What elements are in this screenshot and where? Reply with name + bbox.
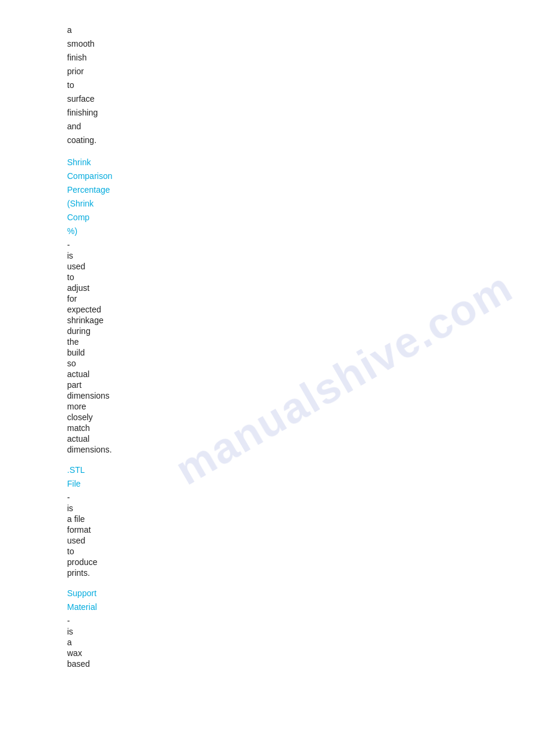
def-line-8: shrinkage <box>67 315 468 325</box>
shrink-heading-line-4: (Shrink <box>67 198 468 210</box>
stl-def-line-5: used <box>67 536 468 545</box>
def-line-6: for <box>67 294 468 303</box>
support-heading-line-2: Material <box>67 601 468 614</box>
support-def-line-2: is <box>67 627 468 636</box>
stl-def-line-7: produce <box>67 557 468 567</box>
intro-line-6: surface <box>67 93 468 105</box>
def-line-1: - <box>67 240 468 250</box>
def-line-13: actual <box>67 369 468 379</box>
shrink-heading-line-6: %) <box>67 225 468 238</box>
def-line-10: the <box>67 337 468 347</box>
def-line-19: actual <box>67 434 468 444</box>
stl-def-line-3: a file <box>67 514 468 524</box>
shrink-heading-line-2: Comparison <box>67 170 468 183</box>
stl-def-line-1: - <box>67 493 468 502</box>
def-line-17: closely <box>67 412 468 422</box>
intro-line-4: prior <box>67 65 468 78</box>
term-support-material-heading: Support Material <box>67 587 468 614</box>
shrink-heading-line-3: Percentage <box>67 184 468 196</box>
stl-file-definition: - is a file format used to produce print… <box>67 493 468 578</box>
term-support-material: Support Material - is a wax based <box>67 587 468 669</box>
stl-def-line-8: prints. <box>67 568 468 578</box>
def-line-9: during <box>67 326 468 336</box>
intro-line-5: to <box>67 79 468 92</box>
support-def-line-1: - <box>67 616 468 626</box>
support-heading-line-1: Support <box>67 587 468 600</box>
def-line-7: expected <box>67 305 468 314</box>
term-stl-file-heading: .STL File <box>67 464 468 490</box>
intro-line-2: smooth <box>67 38 468 50</box>
intro-line-9: coating. <box>67 134 468 147</box>
def-line-18: match <box>67 423 468 433</box>
shrink-comparison-definition: - is used to adjust for expected shrinka… <box>67 240 468 454</box>
intro-line-7: finishing <box>67 107 468 119</box>
stl-def-line-2: is <box>67 503 468 513</box>
def-line-4: to <box>67 272 468 282</box>
def-line-20: dimensions. <box>67 445 468 454</box>
stl-def-line-4: format <box>67 525 468 535</box>
stl-heading-line-2: File <box>67 478 468 490</box>
def-line-15: dimensions <box>67 391 468 400</box>
def-line-2: is <box>67 251 468 260</box>
support-def-line-5: based <box>67 659 468 669</box>
support-material-definition: - is a wax based <box>67 616 468 669</box>
shrink-heading-line-5: Comp <box>67 211 468 224</box>
intro-line-1: a <box>67 24 468 37</box>
term-shrink-comparison: Shrink Comparison Percentage (Shrink Com… <box>67 156 468 454</box>
def-line-14: part <box>67 380 468 390</box>
term-stl-file: .STL File - is a file format used to pro… <box>67 464 468 578</box>
support-def-line-4: wax <box>67 648 468 658</box>
stl-heading-line-1: .STL <box>67 464 468 476</box>
support-def-line-3: a <box>67 637 468 647</box>
stl-def-line-6: to <box>67 546 468 556</box>
def-line-11: build <box>67 348 468 357</box>
def-line-5: adjust <box>67 283 468 293</box>
def-line-3: used <box>67 262 468 271</box>
def-line-16: more <box>67 402 468 411</box>
shrink-heading-line-1: Shrink <box>67 156 468 169</box>
intro-text-block: a smooth finish prior to surface finishi… <box>67 24 468 147</box>
page-content: a smooth finish prior to surface finishi… <box>0 0 535 697</box>
intro-line-3: finish <box>67 51 468 64</box>
term-shrink-comparison-heading: Shrink Comparison Percentage (Shrink Com… <box>67 156 468 238</box>
intro-line-8: and <box>67 120 468 133</box>
def-line-12: so <box>67 359 468 368</box>
